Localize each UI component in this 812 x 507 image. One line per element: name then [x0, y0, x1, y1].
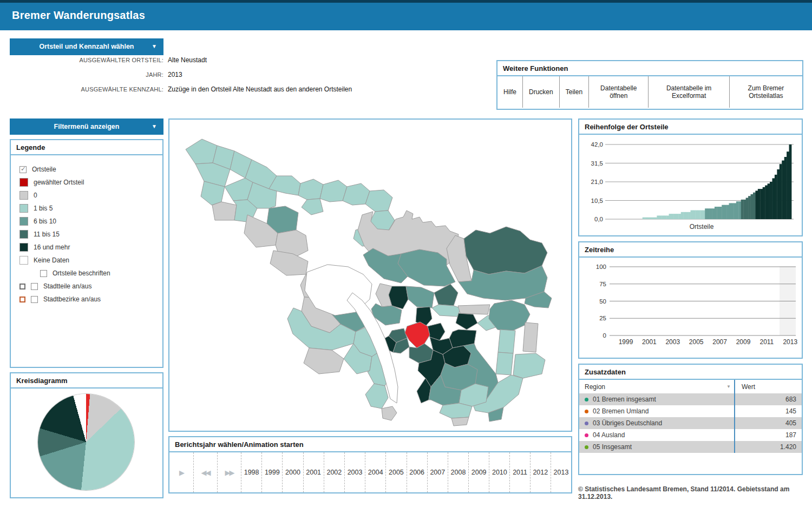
copyright-note: © Statistisches Landesamt Bremen, Stand … — [578, 485, 806, 501]
map-region[interactable] — [498, 330, 515, 353]
year-2012[interactable]: 2012 — [530, 452, 551, 492]
function-button-hilfe[interactable]: Hilfe — [497, 76, 523, 108]
year-2013[interactable]: 2013 — [551, 452, 571, 492]
page-title: Bremer Wanderungsatlas — [12, 9, 145, 22]
info-row-2: AUSGEWÄHLTE KENNZAHL:Zuzüge in den Ortst… — [0, 85, 487, 93]
map-region[interactable] — [440, 403, 472, 418]
info-value: Alte Neustadt — [168, 56, 207, 64]
extra-data-panel: Zusatzdaten Region ▼ Wert 01 Bremen insg… — [578, 364, 803, 475]
year-row: ▶◀◀▶▶19981999200020012002200320042005200… — [169, 452, 571, 492]
year-2006[interactable]: 2006 — [407, 452, 427, 492]
region-column-header[interactable]: Region ▼ — [579, 383, 734, 391]
filter-menu-label: Filtermenü anzeigen — [54, 118, 120, 135]
ortsteile-checkbox[interactable] — [19, 166, 27, 173]
function-button-zum-bremer-ortsteilatlas[interactable]: Zum Bremer Ortsteilatlas — [730, 76, 802, 108]
function-button-datentabelle-ffnen[interactable]: Datentabelle öffnen — [589, 76, 649, 108]
function-button-teilen[interactable]: Teilen — [560, 76, 589, 108]
year-2009[interactable]: 2009 — [468, 452, 489, 492]
choropleth-map — [169, 120, 571, 431]
legend-item-label: Ortsteile beschriften — [53, 269, 110, 277]
svg-text:21,0: 21,0 — [591, 179, 603, 185]
region-cell: 03 Übriges Deutschland — [579, 419, 734, 427]
map-region[interactable] — [212, 202, 237, 220]
page: Bremer Wanderungsatlas Ortsteil und Kenn… — [0, 0, 812, 507]
ortsteil-kennzahl-select-label: Ortsteil und Kennzahl wählen — [39, 38, 134, 55]
table-row[interactable]: 04 Ausland187 — [579, 429, 802, 441]
map-region[interactable] — [464, 227, 547, 274]
map-region[interactable] — [432, 305, 460, 317]
map-region[interactable] — [298, 179, 323, 200]
table-row[interactable]: 02 Bremen Umland145 — [579, 405, 802, 417]
legend-item-label: 16 und mehr — [34, 243, 70, 251]
map-region[interactable] — [451, 417, 469, 426]
legend-swatch — [19, 230, 28, 239]
legend-swatch — [19, 256, 28, 265]
year-2011[interactable]: 2011 — [509, 452, 529, 492]
map-region[interactable] — [365, 384, 388, 409]
year-1998[interactable]: 1998 — [241, 452, 261, 492]
map-region[interactable] — [365, 190, 392, 212]
svg-text:1999: 1999 — [619, 338, 633, 346]
layer-checkbox[interactable] — [31, 283, 38, 290]
legend-item: Ortsteile — [19, 163, 162, 176]
functions-panel-title: Weitere Funktionen — [497, 61, 802, 76]
legend-item-label: Stadtteile an/aus — [43, 282, 91, 290]
app-header: Bremer Wanderungsatlas — [0, 3, 812, 30]
map-region[interactable] — [304, 348, 344, 374]
map-region[interactable] — [434, 284, 458, 306]
map-region[interactable] — [456, 313, 477, 330]
map-region[interactable] — [320, 180, 347, 202]
region-column-label: Region — [585, 383, 605, 391]
year-2005[interactable]: 2005 — [385, 452, 406, 492]
map-region[interactable] — [513, 353, 545, 378]
map-region[interactable] — [382, 406, 397, 420]
sort-icon: ▼ — [726, 384, 731, 389]
year-2010[interactable]: 2010 — [489, 452, 509, 492]
legend-panel: Legende Ortsteilegewählter Ortsteil01 bi… — [10, 139, 163, 368]
map-region[interactable] — [302, 199, 323, 215]
map-region[interactable] — [496, 352, 513, 375]
label-checkbox[interactable] — [40, 270, 47, 277]
legend-item-label: gewählter Ortsteil — [34, 179, 84, 186]
functions-panel: Weitere Funktionen HilfeDruckenTeilenDat… — [496, 60, 803, 110]
filter-menu-button[interactable]: Filtermenü anzeigen ▼ — [10, 118, 163, 135]
legend-panel-title: Legende — [11, 140, 162, 155]
map-region[interactable] — [270, 251, 308, 275]
legend-item: 1 bis 5 — [19, 202, 162, 215]
function-button-datentabelle-im-excelformat[interactable]: Datentabelle im Excelformat — [649, 76, 729, 108]
map-region[interactable] — [406, 286, 434, 308]
table-row[interactable]: 01 Bremen insgesamt683 — [579, 393, 802, 405]
year-2002[interactable]: 2002 — [324, 452, 344, 492]
map-region[interactable] — [343, 183, 370, 205]
year-2007[interactable]: 2007 — [427, 452, 448, 492]
legend-swatch — [19, 178, 28, 187]
table-row[interactable]: 05 Insgesamt1.420 — [579, 441, 802, 453]
region-cell: 02 Bremen Umland — [579, 407, 734, 415]
year-2000[interactable]: 2000 — [282, 452, 303, 492]
year-1999[interactable]: 1999 — [261, 452, 282, 492]
year-2008[interactable]: 2008 — [448, 452, 468, 492]
play-button[interactable]: ▶ — [169, 452, 193, 492]
wert-cell: 145 — [734, 405, 802, 417]
region-cell-label: 02 Bremen Umland — [593, 407, 649, 415]
function-button-drucken[interactable]: Drucken — [523, 76, 560, 108]
table-row[interactable]: 03 Übriges Deutschland405 — [579, 417, 802, 429]
map-region[interactable] — [458, 305, 490, 314]
svg-text:2003: 2003 — [665, 338, 680, 346]
legend-swatch — [19, 217, 28, 226]
year-2001[interactable]: 2001 — [303, 452, 324, 492]
svg-text:42,0: 42,0 — [591, 141, 603, 148]
year-2003[interactable]: 2003 — [344, 452, 365, 492]
timeseries-panel: Zeitreihe 025507510019992001200320052007… — [578, 241, 803, 359]
wert-column-header: Wert — [734, 380, 802, 393]
map-region[interactable] — [523, 322, 538, 352]
step-back-button[interactable]: ◀◀ — [193, 452, 217, 492]
layer-checkbox[interactable] — [31, 296, 38, 303]
region-cell: 04 Ausland — [579, 431, 734, 439]
region-cell-label: 05 Insgesamt — [593, 443, 632, 451]
map-region[interactable] — [186, 139, 217, 164]
ortsteil-kennzahl-select-button[interactable]: Ortsteil und Kennzahl wählen ▼ — [10, 38, 163, 55]
svg-text:2001: 2001 — [642, 338, 657, 346]
year-2004[interactable]: 2004 — [365, 452, 385, 492]
step-forward-button[interactable]: ▶▶ — [217, 452, 241, 492]
